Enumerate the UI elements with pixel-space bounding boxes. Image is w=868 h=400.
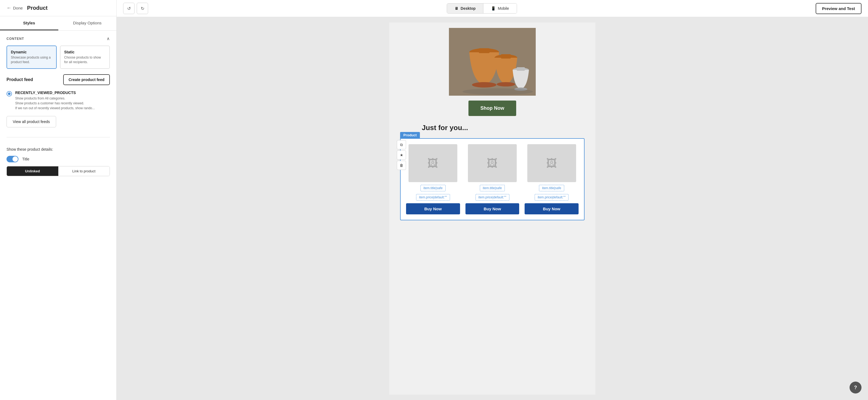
- product-price-tag-1: item.price|default:"": [416, 194, 450, 201]
- right-panel: ↺ ↻ 🖥 Desktop 📱 Mobile Preview and Test: [117, 0, 868, 400]
- product-image-3: 🖼: [527, 144, 576, 182]
- mobile-icon: 📱: [491, 6, 496, 10]
- favorite-tool-button[interactable]: ★: [397, 151, 406, 160]
- pot-image: [449, 28, 536, 96]
- static-card[interactable]: Static Choose products to show for all r…: [60, 45, 110, 69]
- back-arrow-icon: ←: [6, 5, 11, 11]
- feed-option-text: RECENTLY_VIEWED_PRODUCTS Show products f…: [15, 91, 110, 110]
- done-link[interactable]: ← Done: [6, 5, 23, 11]
- product-image-1: 🖼: [408, 144, 457, 182]
- product-item-2: 🖼 item.title|safe item.price|default:"" …: [465, 144, 520, 214]
- unlinked-button[interactable]: Unlinked: [7, 166, 58, 176]
- product-title-tag-3: item.title|safe: [539, 185, 564, 191]
- image-placeholder-icon-2: 🖼: [487, 157, 498, 169]
- help-icon: ?: [854, 385, 857, 391]
- collapse-content-button[interactable]: ∧: [106, 36, 110, 41]
- image-placeholder-icon-3: 🖼: [546, 157, 557, 169]
- tab-bar: Styles Display Options: [0, 16, 116, 31]
- undo-button[interactable]: ↺: [123, 3, 134, 14]
- svg-rect-10: [517, 67, 525, 71]
- product-block-wrapper: ⧉ ★ 🗑 Product 🖼 i: [389, 132, 595, 220]
- svg-rect-4: [479, 48, 490, 53]
- email-preview: Shop Now Just for you... ⧉ ★ 🗑: [389, 23, 595, 395]
- static-card-title: Static: [64, 50, 106, 54]
- title-toggle-label: Title: [22, 157, 29, 161]
- dynamic-card-title: Dynamic: [11, 50, 52, 54]
- product-price-tag-3: item.price|default:"": [535, 194, 568, 201]
- static-card-desc: Choose products to show for all recipien…: [64, 55, 106, 65]
- desktop-icon: 🖥: [455, 6, 458, 10]
- tab-display-options[interactable]: Display Options: [58, 16, 117, 30]
- feed-option[interactable]: RECENTLY_VIEWED_PRODUCTS Show products f…: [6, 91, 110, 110]
- product-title-tag-1: item.title|safe: [421, 185, 445, 191]
- copy-tool-button[interactable]: ⧉: [397, 140, 406, 149]
- sidebar-tools: ⧉ ★ 🗑: [397, 140, 406, 170]
- desktop-label: Desktop: [461, 6, 475, 10]
- tab-styles[interactable]: Styles: [0, 16, 58, 30]
- just-for-you-text: Just for you...: [405, 124, 579, 132]
- section-header-content: CONTENT ∧: [6, 36, 110, 41]
- product-block: 🖼 item.title|safe item.price|default:"" …: [400, 138, 585, 220]
- left-header: ← Done Product: [0, 0, 116, 16]
- top-bar: ↺ ↻ 🖥 Desktop 📱 Mobile Preview and Test: [117, 0, 868, 17]
- radio-inner: [8, 92, 10, 95]
- toggle-knob: [12, 156, 18, 162]
- undo-icon: ↺: [127, 6, 131, 11]
- feed-option-desc-3: If we run out of recently viewed product…: [15, 106, 110, 110]
- feed-option-name: RECENTLY_VIEWED_PRODUCTS: [15, 91, 110, 95]
- link-type-row: Unlinked Link to product: [6, 166, 110, 176]
- svg-rect-7: [501, 54, 511, 59]
- done-label: Done: [13, 6, 23, 10]
- section-title-content: CONTENT: [6, 37, 24, 41]
- svg-point-11: [463, 88, 533, 95]
- dynamic-card-desc: Showcase products using a product feed.: [11, 55, 52, 65]
- title-toggle-row: Title: [6, 156, 110, 162]
- title-toggle[interactable]: [6, 156, 19, 162]
- product-details-label: Show these product details:: [6, 147, 110, 152]
- product-title-tag-2: item.title|safe: [480, 185, 505, 191]
- top-bar-left: ↺ ↻: [123, 3, 148, 14]
- product-details-section: Show these product details: Title Unlink…: [0, 147, 116, 186]
- left-panel: ← Done Product Styles Display Options CO…: [0, 0, 117, 400]
- redo-icon: ↻: [141, 6, 144, 11]
- feed-option-desc-1: Show products from All categories.: [15, 96, 110, 101]
- svg-point-3: [472, 82, 496, 88]
- product-item-1: 🖼 item.title|safe item.price|default:"" …: [406, 144, 460, 214]
- star-icon: ★: [400, 153, 403, 157]
- help-button[interactable]: ?: [849, 381, 862, 394]
- buy-now-button-1[interactable]: Buy Now: [406, 203, 460, 214]
- product-feed-row: Product feed Create product feed: [6, 74, 110, 85]
- dynamic-card[interactable]: Dynamic Showcase products using a produc…: [6, 45, 57, 69]
- radio-button-recently-viewed[interactable]: [6, 91, 12, 97]
- divider: [6, 137, 110, 137]
- preview-and-test-button[interactable]: Preview and Test: [816, 3, 862, 14]
- device-toggle: 🖥 Desktop 📱 Mobile: [447, 3, 517, 13]
- redo-button[interactable]: ↻: [137, 3, 148, 14]
- delete-tool-button[interactable]: 🗑: [397, 161, 406, 170]
- product-image-2: 🖼: [468, 144, 517, 182]
- mobile-label: Mobile: [498, 6, 509, 10]
- create-feed-button[interactable]: Create product feed: [63, 74, 110, 85]
- product-item-3: 🖼 item.title|safe item.price|default:"" …: [525, 144, 579, 214]
- trash-icon: 🗑: [400, 163, 403, 167]
- view-all-feeds-button[interactable]: View all product feeds: [6, 116, 56, 127]
- product-badge: Product: [400, 132, 420, 138]
- svg-point-6: [497, 82, 515, 87]
- buy-now-button-2[interactable]: Buy Now: [465, 203, 520, 214]
- canvas: Shop Now Just for you... ⧉ ★ 🗑: [117, 17, 868, 400]
- buy-now-button-3[interactable]: Buy Now: [525, 203, 579, 214]
- page-title: Product: [27, 5, 48, 11]
- image-placeholder-icon-1: 🖼: [428, 157, 438, 169]
- link-to-product-button[interactable]: Link to product: [58, 166, 110, 176]
- product-feed-label: Product feed: [6, 77, 33, 82]
- copy-icon: ⧉: [400, 142, 403, 147]
- content-section: CONTENT ∧ Dynamic Showcase products usin…: [0, 31, 116, 147]
- mobile-button[interactable]: 📱 Mobile: [484, 3, 517, 13]
- feed-option-desc-2: Show products a customer has recently vi…: [15, 101, 110, 106]
- shop-now-button[interactable]: Shop Now: [468, 101, 516, 116]
- product-price-tag-2: item.price|default:"": [475, 194, 509, 201]
- desktop-button[interactable]: 🖥 Desktop: [447, 3, 483, 13]
- pot-block: Shop Now: [389, 23, 595, 122]
- content-type-cards: Dynamic Showcase products using a produc…: [6, 45, 110, 69]
